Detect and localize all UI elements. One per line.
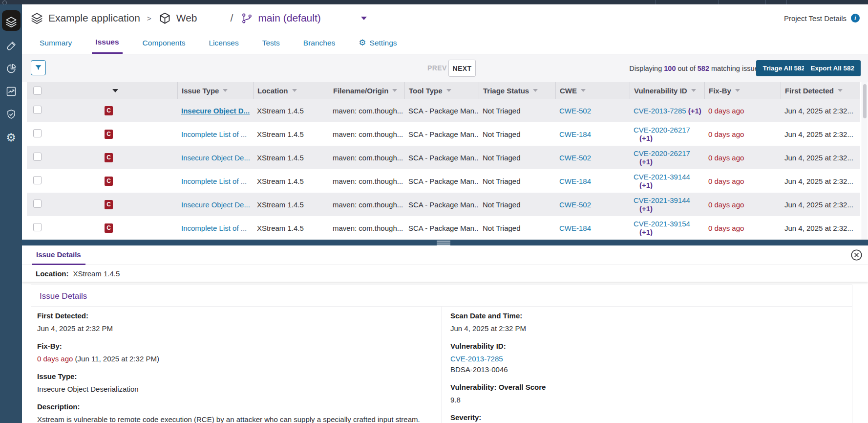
branch-caret-down-icon[interactable]	[361, 17, 367, 20]
row-checkbox[interactable]	[33, 106, 42, 114]
next-page-button[interactable]: NEXT	[448, 60, 476, 77]
sort-icon	[735, 89, 740, 92]
column-header-location[interactable]: Location	[253, 82, 329, 99]
overall-score-label: Vulnerability: Overall Score	[450, 383, 852, 392]
scrollbar-thumb[interactable]	[863, 84, 867, 118]
tab-issues[interactable]: Issues	[92, 32, 122, 54]
additional-vulns-badge[interactable]: (+1)	[688, 107, 701, 115]
prev-page-button[interactable]: PREV	[427, 64, 447, 72]
total-count: 582	[698, 65, 709, 72]
column-header-cwe[interactable]: CWE	[555, 82, 630, 99]
partial-icon	[2, 0, 7, 4]
fix-by-label: Fix-By:	[37, 342, 432, 351]
export-all-button[interactable]: Export All 582	[804, 60, 861, 76]
column-header-tool-type[interactable]: Tool Type	[404, 82, 479, 99]
select-all-checkbox[interactable]	[33, 87, 42, 95]
triage-all-button[interactable]: Triage All 582	[756, 60, 811, 76]
issue-type-link[interactable]: Incomplete List of ...	[181, 224, 247, 232]
divider	[765, 0, 766, 4]
cwe-link[interactable]: CWE-184	[559, 224, 591, 232]
vulnerability-id-label: Vulnerability ID:	[450, 342, 852, 351]
sidebar-item-trends[interactable]	[0, 82, 22, 101]
sidebar-item-tests[interactable]	[0, 36, 22, 56]
cwe-link[interactable]: CWE-184	[559, 130, 591, 138]
issue-type-link[interactable]: Insecure Object De...	[181, 154, 250, 162]
breadcrumb-application-name[interactable]: Example application	[48, 12, 140, 24]
issues-table: Issue Type Location Filename/Origin Tool…	[27, 82, 860, 240]
table-row[interactable]: C Incomplete List of ... XStream 1.4.5 m…	[27, 169, 860, 193]
row-checkbox[interactable]	[33, 223, 42, 231]
table-row[interactable]: C Insecure Object D... XStream 1.4.5 mav…	[27, 99, 860, 122]
cve-link[interactable]: CVE-2013-7285	[634, 107, 686, 115]
cve-link[interactable]: CVE-2021-39144	[634, 173, 704, 181]
cwe-link[interactable]: CWE-502	[559, 154, 591, 162]
table-scrollbar[interactable]	[862, 82, 868, 240]
triage-status-cell: Not Triaged	[479, 224, 555, 232]
tab-settings[interactable]: ⚙Settings	[355, 32, 400, 54]
filename-origin-cell: maven: com.though...	[329, 107, 404, 115]
issue-type-link[interactable]: Insecure Object D...	[181, 107, 250, 115]
table-row[interactable]: C Insecure Object De... XStream 1.4.5 ma…	[27, 146, 860, 169]
sidebar-item-settings[interactable]: ⚙	[0, 128, 22, 147]
panel-splitter[interactable]	[22, 240, 868, 245]
additional-vulns-badge[interactable]: (+1)	[639, 157, 704, 166]
cve-link[interactable]: CVE-2020-26217	[634, 126, 704, 134]
cwe-link[interactable]: CWE-502	[559, 107, 591, 115]
issue-type-link[interactable]: Incomplete List of ...	[181, 177, 247, 185]
tab-issue-details[interactable]: Issue Details	[32, 245, 85, 265]
column-header-issue-type[interactable]: Issue Type	[177, 82, 253, 99]
additional-vulns-badge[interactable]: (+1)	[639, 228, 704, 236]
location-cell: XStream 1.4.5	[253, 154, 329, 162]
tool-type-cell: SCA - Package Man...	[404, 130, 479, 138]
issue-type-link[interactable]: Insecure Object De...	[181, 200, 250, 209]
filter-button[interactable]	[31, 60, 46, 75]
sort-icon	[446, 89, 451, 92]
row-checkbox[interactable]	[33, 153, 42, 161]
issue-type-link[interactable]: Incomplete List of ...	[181, 130, 247, 138]
overall-score-value: 9.8	[450, 396, 852, 404]
row-checkbox[interactable]	[33, 200, 42, 208]
column-header-fix-by[interactable]: Fix-By	[704, 82, 781, 99]
table-row[interactable]: C Insecure Object De... XStream 1.4.5 ma…	[27, 193, 860, 216]
row-checkbox[interactable]	[33, 176, 42, 184]
column-header-vulnerability-id[interactable]: Vulnerability ID	[630, 82, 704, 99]
cve-link[interactable]: CVE-2021-39144	[634, 196, 704, 204]
top-strip	[0, 0, 868, 4]
column-header-severity[interactable]	[49, 82, 177, 99]
issues-toolbar: PREV NEXT Displaying 100 out of 582 matc…	[22, 54, 868, 82]
settings-gear-icon: ⚙	[359, 38, 366, 48]
additional-vulns-badge[interactable]: (+1)	[639, 204, 704, 213]
cve-link[interactable]: CVE-2013-7285	[450, 355, 503, 363]
cwe-link[interactable]: CWE-502	[559, 200, 591, 209]
cwe-link[interactable]: CWE-184	[559, 177, 591, 185]
column-header-filename-origin[interactable]: Filename/Origin	[329, 82, 404, 99]
filename-origin-cell: maven: com.though...	[329, 224, 404, 232]
table-row[interactable]: C Incomplete List of ... XStream 1.4.5 m…	[27, 216, 860, 240]
sidebar-item-reports[interactable]	[0, 59, 22, 78]
tab-summary[interactable]: Summary	[36, 32, 75, 54]
project-tabs: Summary Issues Components Licenses Tests…	[22, 32, 868, 54]
branch-selector-label[interactable]: main (default)	[258, 12, 320, 24]
info-icon[interactable]: i	[851, 14, 860, 22]
breadcrumb-project-name[interactable]: Web	[176, 12, 197, 24]
column-header-triage-status[interactable]: Triage Status	[479, 82, 555, 99]
cve-link[interactable]: CVE-2020-26217	[634, 149, 704, 157]
sidebar-item-security-policies[interactable]	[0, 105, 22, 124]
table-row[interactable]: C Incomplete List of ... XStream 1.4.5 m…	[27, 122, 860, 146]
details-location-bar: Location: XStream 1.4.5	[22, 265, 868, 282]
triage-status-cell: Not Triaged	[479, 177, 555, 185]
tab-branches[interactable]: Branches	[300, 32, 339, 54]
git-branch-icon	[241, 12, 253, 24]
close-panel-button[interactable]	[851, 249, 862, 261]
gear-icon: ⚙	[6, 132, 16, 143]
tab-licenses[interactable]: Licenses	[205, 32, 242, 54]
column-header-first-detected[interactable]: First Detected	[781, 82, 860, 99]
cve-link[interactable]: CVE-2021-39154	[634, 220, 704, 228]
additional-vulns-badge[interactable]: (+1)	[639, 134, 704, 142]
breadcrumb-separator: >	[147, 14, 151, 22]
row-checkbox[interactable]	[33, 129, 42, 137]
additional-vulns-badge[interactable]: (+1)	[639, 181, 704, 189]
tab-tests[interactable]: Tests	[259, 32, 283, 54]
tab-components[interactable]: Components	[139, 32, 189, 54]
sidebar-item-projects[interactable]	[0, 12, 22, 32]
